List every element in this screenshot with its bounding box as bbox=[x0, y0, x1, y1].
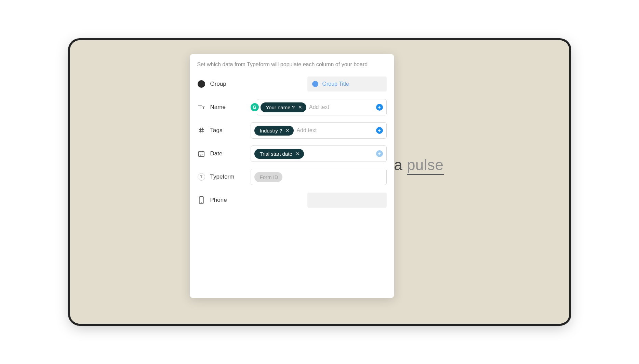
tags-add-button[interactable]: + bbox=[376, 127, 383, 134]
date-pill-remove-icon[interactable]: ✕ bbox=[296, 151, 300, 156]
date-pill-label: Trial start date bbox=[260, 151, 292, 157]
row-label-group: Group bbox=[210, 81, 226, 87]
name-pill[interactable]: Your name ? ✕ bbox=[261, 102, 307, 112]
row-left-name: Name bbox=[197, 103, 251, 111]
tags-pill-remove-icon[interactable]: ✕ bbox=[285, 128, 290, 133]
row-label-tags: Tags bbox=[210, 127, 223, 134]
group-title-box[interactable]: Group Title bbox=[307, 76, 387, 92]
group-title-text: Group Title bbox=[322, 81, 349, 87]
row-label-phone: Phone bbox=[210, 197, 227, 204]
text-icon bbox=[197, 103, 205, 111]
group-icon bbox=[197, 80, 205, 88]
row-date: 17 Date Trial start date ✕ + bbox=[197, 145, 387, 162]
row-right-name: G Your name ? ✕ Add text + bbox=[251, 99, 387, 115]
row-left-date: 17 Date bbox=[197, 150, 251, 158]
plus-icon: + bbox=[378, 151, 381, 156]
t-circle-icon: T bbox=[198, 173, 205, 181]
phone-empty-box[interactable] bbox=[307, 193, 387, 208]
typeform-pill: Form ID bbox=[254, 172, 282, 182]
name-field[interactable]: Your name ? ✕ Add text + bbox=[257, 99, 387, 115]
phone-icon bbox=[197, 196, 205, 204]
mapping-panel: Set which data from Typeform will popula… bbox=[190, 54, 394, 298]
row-left-group: Group bbox=[197, 80, 251, 88]
group-title-dot-icon bbox=[312, 81, 318, 87]
row-typeform: T Typeform Form ID bbox=[197, 169, 387, 185]
panel-description: Set which data from Typeform will popula… bbox=[197, 61, 387, 68]
row-right-phone bbox=[251, 193, 387, 208]
row-right-group: Group Title bbox=[251, 76, 387, 92]
device-frame: e a pulse Set which data from Typeform w… bbox=[70, 40, 569, 324]
tags-placeholder: Add text bbox=[296, 127, 373, 134]
date-field[interactable]: Trial start date ✕ + bbox=[251, 145, 387, 162]
name-placeholder: Add text bbox=[309, 104, 373, 110]
row-left-tags: Tags bbox=[197, 126, 251, 135]
name-add-button[interactable]: + bbox=[376, 104, 383, 111]
date-add-button: + bbox=[376, 150, 383, 157]
row-name: Name G Your name ? ✕ Add text + bbox=[197, 99, 387, 115]
row-label-name: Name bbox=[210, 104, 226, 111]
name-pill-label: Your name ? bbox=[266, 104, 295, 110]
row-tags: Tags Industry ? ✕ Add text + bbox=[197, 122, 387, 139]
date-pill[interactable]: Trial start date ✕ bbox=[254, 149, 304, 159]
typeform-pill-label: Form ID bbox=[260, 174, 278, 180]
row-right-date: Trial start date ✕ + bbox=[251, 145, 387, 162]
row-phone: Phone bbox=[197, 192, 387, 208]
plus-icon: + bbox=[378, 128, 381, 133]
row-right-tags: Industry ? ✕ Add text + bbox=[251, 122, 387, 139]
hash-icon bbox=[197, 126, 205, 135]
row-group: Group Group Title bbox=[197, 76, 387, 92]
typeform-icon: T bbox=[197, 173, 205, 181]
plus-icon: + bbox=[378, 104, 381, 110]
typeform-field[interactable]: Form ID bbox=[251, 169, 387, 185]
name-pill-remove-icon[interactable]: ✕ bbox=[298, 104, 302, 110]
background-text-emphasis: pulse bbox=[407, 156, 444, 175]
tags-field[interactable]: Industry ? ✕ Add text + bbox=[251, 122, 387, 139]
row-left-phone: Phone bbox=[197, 196, 251, 204]
row-label-typeform: Typeform bbox=[210, 173, 235, 180]
grammarly-icon[interactable]: G bbox=[251, 103, 259, 111]
svg-text:17: 17 bbox=[200, 153, 202, 156]
tags-pill-label: Industry ? bbox=[260, 128, 282, 134]
row-left-typeform: T Typeform bbox=[197, 173, 251, 181]
row-label-date: Date bbox=[210, 150, 223, 157]
calendar-icon: 17 bbox=[197, 150, 205, 158]
row-right-typeform: Form ID bbox=[251, 169, 387, 185]
tags-pill[interactable]: Industry ? ✕ bbox=[254, 126, 294, 136]
